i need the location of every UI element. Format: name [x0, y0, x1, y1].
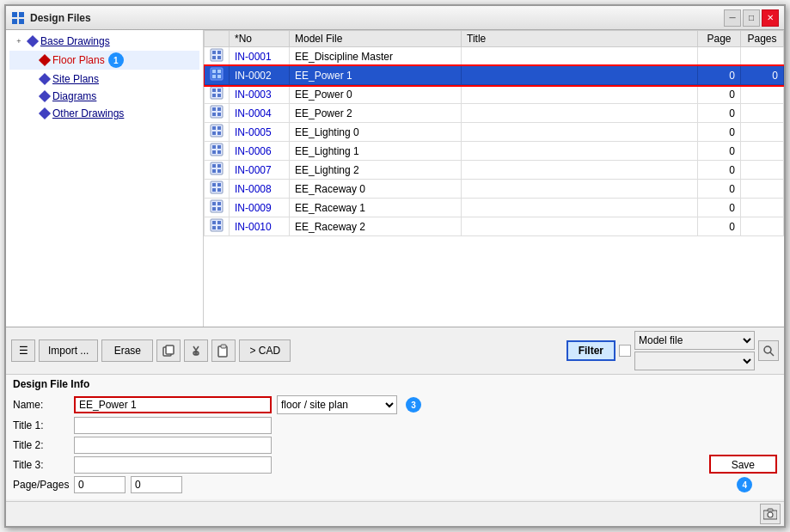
expand-spacer [13, 54, 25, 66]
table-row[interactable]: IN-0002EE_Power 100 [205, 66, 784, 85]
table-row[interactable]: IN-0003EE_Power 00 [205, 85, 784, 104]
save-button[interactable]: Save [709, 455, 777, 474]
tree-item-site-plans[interactable]: Site Plans [9, 71, 199, 87]
tree-diamond-diagrams [39, 90, 51, 102]
model-file-select[interactable]: Model file [634, 331, 755, 350]
svg-rect-55 [166, 345, 174, 354]
cell-no: IN-0004 [230, 104, 290, 123]
table-row[interactable]: IN-0007EE_Lighting 20 [205, 161, 784, 180]
col-title-header[interactable]: Title [462, 31, 698, 47]
tree-item-base-drawings[interactable]: + Base Drawings [9, 34, 199, 49]
filter-button[interactable]: Filter [566, 340, 615, 361]
name-input[interactable] [74, 396, 272, 413]
window-title: Design Files [30, 12, 91, 24]
cell-title [462, 66, 698, 85]
cell-model: EE_Raceway 2 [290, 217, 462, 236]
table-row[interactable]: IN-0008EE_Raceway 00 [205, 180, 784, 199]
cut-icon-button[interactable] [184, 339, 208, 362]
cell-model: EE_Discipline Master [290, 47, 462, 66]
import-button[interactable]: Import ... [39, 339, 98, 362]
title1-input[interactable] [74, 417, 272, 434]
svg-rect-40 [212, 183, 216, 187]
model-file-select-2[interactable] [634, 352, 755, 370]
svg-rect-26 [217, 126, 221, 130]
filter-checkbox[interactable] [619, 345, 631, 357]
svg-rect-18 [217, 94, 221, 97]
table-row[interactable]: IN-0006EE_Lighting 10 [205, 142, 784, 161]
col-page-header[interactable]: Page [698, 31, 741, 47]
title1-row: Title 1: [13, 417, 702, 434]
svg-rect-36 [217, 164, 221, 168]
table-row[interactable]: IN-0010EE_Raceway 20 [205, 217, 784, 236]
page-input[interactable] [74, 476, 126, 493]
search-button[interactable] [758, 340, 779, 361]
info-header: Design File Info [13, 378, 702, 390]
app-icon [11, 11, 25, 25]
svg-rect-27 [212, 131, 216, 135]
paste-icon-button[interactable] [211, 339, 236, 362]
maximize-button[interactable]: □ [743, 9, 760, 27]
cell-page: 0 [698, 142, 741, 161]
title2-input[interactable] [74, 437, 272, 454]
window-controls: ─ □ ✕ [724, 9, 779, 27]
cell-no: IN-0005 [230, 123, 290, 142]
minimize-button[interactable]: ─ [724, 9, 741, 27]
left-tree-panel: + Base Drawings Floor Plans 1 Site Plans [6, 30, 204, 327]
table-row[interactable]: IN-0009EE_Raceway 10 [205, 199, 784, 217]
list-view-button[interactable]: ☰ [11, 339, 35, 362]
page-pages-label: Page/Pages [13, 479, 69, 491]
svg-rect-5 [212, 51, 216, 54]
design-files-table: *No Model File Title Page Pages IN-0001E… [204, 30, 784, 236]
svg-rect-11 [217, 70, 221, 73]
tree-item-floor-plans[interactable]: Floor Plans 1 [9, 51, 199, 70]
row-icon [205, 104, 230, 123]
row-icon [205, 47, 230, 66]
col-no-header[interactable]: *No [230, 31, 290, 47]
cell-model: EE_Power 0 [290, 85, 462, 104]
tree-item-other-drawings[interactable]: Other Drawings [9, 106, 199, 121]
svg-rect-13 [217, 75, 221, 78]
row-icon [205, 217, 230, 236]
cell-page: 0 [698, 66, 741, 85]
table-row[interactable]: IN-0005EE_Lighting 00 [205, 123, 784, 142]
cell-page: 0 [698, 123, 741, 142]
svg-rect-6 [217, 51, 221, 54]
svg-rect-53 [217, 226, 221, 229]
type-select[interactable]: floor / site plan [277, 395, 397, 414]
toolbar-row: ☰ Import ... Erase [6, 327, 784, 375]
svg-rect-57 [221, 345, 226, 348]
table-container[interactable]: *No Model File Title Page Pages IN-0001E… [204, 30, 784, 327]
table-row[interactable]: IN-0004EE_Power 20 [205, 104, 784, 123]
title3-input[interactable] [74, 456, 272, 474]
svg-rect-51 [217, 221, 221, 224]
svg-rect-42 [212, 188, 216, 192]
row-icon [205, 66, 230, 85]
camera-button[interactable] [760, 504, 781, 524]
col-model-header[interactable]: Model File [290, 31, 462, 47]
cell-model: EE_Raceway 0 [290, 180, 462, 199]
erase-button[interactable]: Erase [101, 339, 153, 362]
cell-title [462, 161, 698, 180]
table-row[interactable]: IN-0001EE_Discipline Master [205, 47, 784, 66]
cell-title [462, 47, 698, 66]
expand-spacer4 [13, 107, 25, 119]
svg-rect-50 [212, 221, 216, 224]
tree-label-base-drawings: Base Drawings [40, 35, 110, 47]
tree-item-diagrams[interactable]: Diagrams [9, 89, 199, 104]
svg-rect-48 [217, 207, 221, 211]
col-pages-header[interactable]: Pages [741, 31, 784, 47]
cad-button[interactable]: > CAD [239, 339, 291, 362]
tree-label-diagrams: Diagrams [52, 90, 96, 102]
row-icon [205, 199, 230, 217]
tree-diamond-floor [39, 54, 51, 66]
tree-label-site-plans: Site Plans [52, 73, 99, 85]
close-button[interactable]: ✕ [762, 9, 779, 27]
pages-input[interactable] [131, 476, 182, 493]
title1-label: Title 1: [13, 419, 69, 431]
badge-4: 4 [737, 477, 752, 492]
tree-label-other-drawings: Other Drawings [52, 107, 124, 119]
svg-point-61 [768, 512, 773, 517]
title-bar-left: Design Files [11, 11, 91, 25]
svg-rect-62 [768, 509, 773, 511]
copy-icon-button[interactable] [156, 339, 181, 362]
